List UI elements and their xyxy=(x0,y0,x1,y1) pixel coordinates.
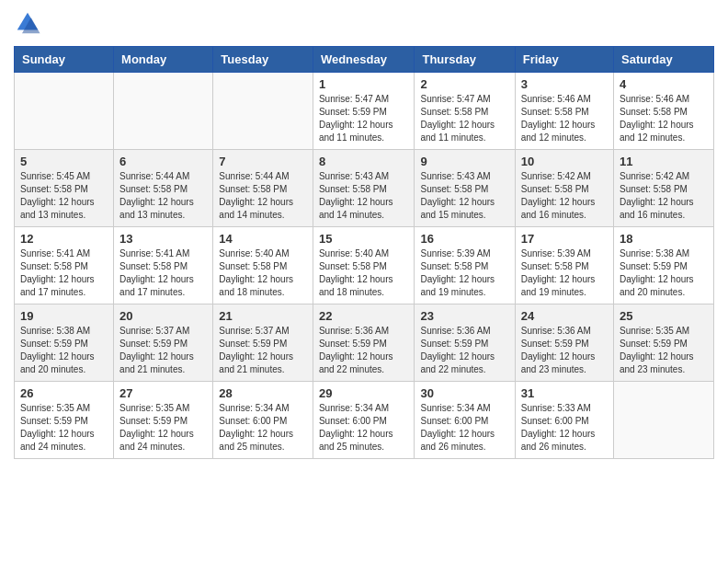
page-container: SundayMondayTuesdayWednesdayThursdayFrid… xyxy=(0,0,728,468)
day-info: Sunrise: 5:46 AM Sunset: 5:58 PM Dayligh… xyxy=(521,93,608,144)
header xyxy=(14,9,714,37)
calendar-cell: 18Sunrise: 5:38 AM Sunset: 5:59 PM Dayli… xyxy=(614,227,714,304)
calendar-cell: 28Sunrise: 5:34 AM Sunset: 6:00 PM Dayli… xyxy=(213,382,313,459)
day-info: Sunrise: 5:36 AM Sunset: 5:59 PM Dayligh… xyxy=(420,325,508,376)
calendar-cell: 16Sunrise: 5:39 AM Sunset: 5:58 PM Dayli… xyxy=(415,227,515,304)
calendar-cell: 15Sunrise: 5:40 AM Sunset: 5:58 PM Dayli… xyxy=(313,227,415,304)
week-row-5: 26Sunrise: 5:35 AM Sunset: 5:59 PM Dayli… xyxy=(15,382,714,459)
weekday-header-monday: Monday xyxy=(114,47,213,73)
day-number: 17 xyxy=(521,232,608,246)
day-number: 27 xyxy=(119,386,207,400)
weekday-header-friday: Friday xyxy=(515,47,613,73)
calendar-cell xyxy=(614,382,714,459)
calendar-cell: 22Sunrise: 5:36 AM Sunset: 5:59 PM Dayli… xyxy=(313,304,415,382)
day-number: 13 xyxy=(119,232,207,246)
calendar-cell: 21Sunrise: 5:37 AM Sunset: 5:59 PM Dayli… xyxy=(213,304,313,382)
week-row-2: 5Sunrise: 5:45 AM Sunset: 5:58 PM Daylig… xyxy=(15,150,714,227)
calendar-cell: 2Sunrise: 5:47 AM Sunset: 5:58 PM Daylig… xyxy=(415,73,515,150)
logo-icon xyxy=(14,9,41,37)
calendar-cell: 20Sunrise: 5:37 AM Sunset: 5:59 PM Dayli… xyxy=(114,304,213,382)
calendar-cell: 3Sunrise: 5:46 AM Sunset: 5:58 PM Daylig… xyxy=(515,73,613,150)
calendar-cell: 12Sunrise: 5:41 AM Sunset: 5:58 PM Dayli… xyxy=(15,227,114,304)
calendar-cell: 27Sunrise: 5:35 AM Sunset: 5:59 PM Dayli… xyxy=(114,382,213,459)
day-info: Sunrise: 5:42 AM Sunset: 5:58 PM Dayligh… xyxy=(521,170,608,222)
day-number: 25 xyxy=(620,309,708,323)
day-info: Sunrise: 5:44 AM Sunset: 5:58 PM Dayligh… xyxy=(219,170,307,222)
day-info: Sunrise: 5:35 AM Sunset: 5:59 PM Dayligh… xyxy=(620,325,708,376)
calendar-cell: 9Sunrise: 5:43 AM Sunset: 5:58 PM Daylig… xyxy=(415,150,515,227)
day-info: Sunrise: 5:40 AM Sunset: 5:58 PM Dayligh… xyxy=(319,247,409,299)
calendar-cell: 8Sunrise: 5:43 AM Sunset: 5:58 PM Daylig… xyxy=(313,150,415,227)
calendar-cell: 5Sunrise: 5:45 AM Sunset: 5:58 PM Daylig… xyxy=(15,150,114,227)
day-info: Sunrise: 5:37 AM Sunset: 5:59 PM Dayligh… xyxy=(119,325,207,376)
day-number: 8 xyxy=(319,155,409,168)
calendar-cell: 30Sunrise: 5:34 AM Sunset: 6:00 PM Dayli… xyxy=(415,382,515,459)
weekday-header-wednesday: Wednesday xyxy=(313,47,415,73)
day-info: Sunrise: 5:47 AM Sunset: 5:58 PM Dayligh… xyxy=(420,93,508,144)
day-number: 3 xyxy=(521,77,608,91)
day-number: 23 xyxy=(420,309,508,323)
weekday-header-saturday: Saturday xyxy=(614,47,714,73)
day-info: Sunrise: 5:39 AM Sunset: 5:58 PM Dayligh… xyxy=(521,247,608,299)
weekday-header-thursday: Thursday xyxy=(415,47,515,73)
calendar-cell: 31Sunrise: 5:33 AM Sunset: 6:00 PM Dayli… xyxy=(515,382,613,459)
calendar-cell xyxy=(114,73,213,150)
day-info: Sunrise: 5:34 AM Sunset: 6:00 PM Dayligh… xyxy=(319,402,409,454)
day-info: Sunrise: 5:46 AM Sunset: 5:58 PM Dayligh… xyxy=(620,93,708,144)
day-number: 1 xyxy=(319,77,409,91)
calendar-cell: 26Sunrise: 5:35 AM Sunset: 5:59 PM Dayli… xyxy=(15,382,114,459)
calendar-cell: 6Sunrise: 5:44 AM Sunset: 5:58 PM Daylig… xyxy=(114,150,213,227)
day-number: 28 xyxy=(219,386,307,400)
calendar-cell xyxy=(213,73,313,150)
day-info: Sunrise: 5:36 AM Sunset: 5:59 PM Dayligh… xyxy=(521,325,608,376)
day-number: 15 xyxy=(319,232,409,246)
week-row-1: 1Sunrise: 5:47 AM Sunset: 5:59 PM Daylig… xyxy=(15,73,714,150)
day-number: 19 xyxy=(20,309,108,323)
day-info: Sunrise: 5:45 AM Sunset: 5:58 PM Dayligh… xyxy=(20,170,108,222)
day-number: 9 xyxy=(420,155,508,168)
day-info: Sunrise: 5:41 AM Sunset: 5:58 PM Dayligh… xyxy=(20,247,108,299)
calendar-cell: 17Sunrise: 5:39 AM Sunset: 5:58 PM Dayli… xyxy=(515,227,613,304)
weekday-header-row: SundayMondayTuesdayWednesdayThursdayFrid… xyxy=(15,47,714,73)
day-number: 30 xyxy=(420,386,508,400)
calendar-cell: 4Sunrise: 5:46 AM Sunset: 5:58 PM Daylig… xyxy=(614,73,714,150)
day-number: 7 xyxy=(219,155,307,168)
day-info: Sunrise: 5:39 AM Sunset: 5:58 PM Dayligh… xyxy=(420,247,508,299)
day-info: Sunrise: 5:33 AM Sunset: 6:00 PM Dayligh… xyxy=(521,402,608,454)
calendar-cell: 19Sunrise: 5:38 AM Sunset: 5:59 PM Dayli… xyxy=(15,304,114,382)
calendar-cell: 11Sunrise: 5:42 AM Sunset: 5:58 PM Dayli… xyxy=(614,150,714,227)
day-info: Sunrise: 5:47 AM Sunset: 5:59 PM Dayligh… xyxy=(319,93,409,144)
day-info: Sunrise: 5:34 AM Sunset: 6:00 PM Dayligh… xyxy=(219,402,307,454)
day-info: Sunrise: 5:40 AM Sunset: 5:58 PM Dayligh… xyxy=(219,247,307,299)
day-info: Sunrise: 5:43 AM Sunset: 5:58 PM Dayligh… xyxy=(420,170,508,222)
week-row-3: 12Sunrise: 5:41 AM Sunset: 5:58 PM Dayli… xyxy=(15,227,714,304)
day-info: Sunrise: 5:35 AM Sunset: 5:59 PM Dayligh… xyxy=(20,402,108,454)
day-info: Sunrise: 5:37 AM Sunset: 5:59 PM Dayligh… xyxy=(219,325,307,376)
day-number: 12 xyxy=(20,232,108,246)
calendar-cell: 14Sunrise: 5:40 AM Sunset: 5:58 PM Dayli… xyxy=(213,227,313,304)
day-number: 6 xyxy=(119,155,207,168)
day-number: 14 xyxy=(219,232,307,246)
calendar: SundayMondayTuesdayWednesdayThursdayFrid… xyxy=(14,46,714,459)
day-number: 11 xyxy=(620,155,708,168)
day-number: 26 xyxy=(20,386,108,400)
calendar-cell xyxy=(15,73,114,150)
day-number: 22 xyxy=(319,309,409,323)
calendar-cell: 1Sunrise: 5:47 AM Sunset: 5:59 PM Daylig… xyxy=(313,73,415,150)
day-number: 2 xyxy=(420,77,508,91)
day-number: 10 xyxy=(521,155,608,168)
day-number: 4 xyxy=(620,77,708,91)
day-info: Sunrise: 5:35 AM Sunset: 5:59 PM Dayligh… xyxy=(119,402,207,454)
day-info: Sunrise: 5:42 AM Sunset: 5:58 PM Dayligh… xyxy=(620,170,708,222)
day-info: Sunrise: 5:44 AM Sunset: 5:58 PM Dayligh… xyxy=(119,170,207,222)
day-info: Sunrise: 5:38 AM Sunset: 5:59 PM Dayligh… xyxy=(20,325,108,376)
day-info: Sunrise: 5:43 AM Sunset: 5:58 PM Dayligh… xyxy=(319,170,409,222)
calendar-cell: 23Sunrise: 5:36 AM Sunset: 5:59 PM Dayli… xyxy=(415,304,515,382)
calendar-cell: 29Sunrise: 5:34 AM Sunset: 6:00 PM Dayli… xyxy=(313,382,415,459)
day-number: 31 xyxy=(521,386,608,400)
day-number: 20 xyxy=(119,309,207,323)
day-number: 21 xyxy=(219,309,307,323)
day-info: Sunrise: 5:34 AM Sunset: 6:00 PM Dayligh… xyxy=(420,402,508,454)
day-number: 5 xyxy=(20,155,108,168)
day-number: 16 xyxy=(420,232,508,246)
